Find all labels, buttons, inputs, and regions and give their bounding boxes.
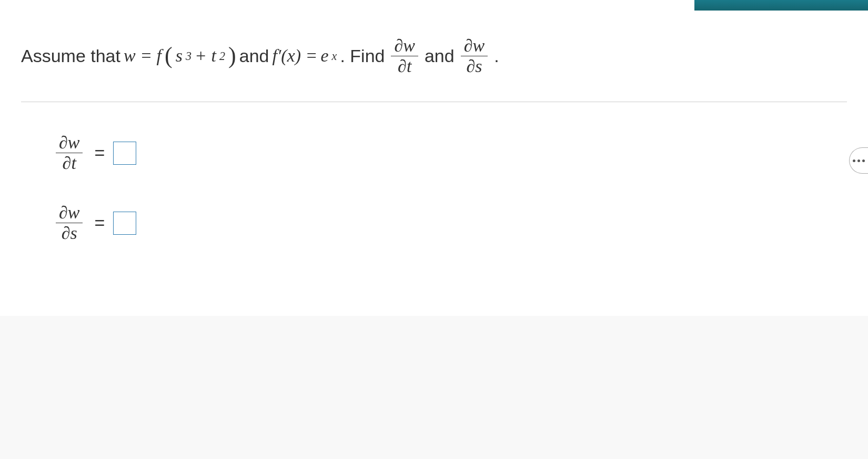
frac2-num: ∂w (461, 37, 488, 56)
answer-row-ds: ∂w ∂s = (53, 204, 826, 242)
answer-input-dt[interactable] (113, 142, 136, 165)
equals-sign-2: = (94, 213, 105, 233)
frac2-den: ∂s (463, 56, 485, 75)
right-paren: ) (228, 37, 236, 75)
fprime-text: f′(x) = (272, 42, 317, 70)
math-plus-t: + t (195, 42, 216, 70)
answer1-den: ∂t (59, 153, 79, 172)
e-base: e (321, 42, 329, 70)
answer-area: ∂w ∂t = ∂w ∂s = (21, 102, 847, 295)
frac1-num: ∂w (391, 37, 418, 56)
and-text: and (239, 42, 269, 70)
question-panel: Assume that w = f(s3 + t2) and f′(x) = e… (0, 0, 868, 316)
answer2-num: ∂w (56, 204, 83, 223)
fraction-dw-ds: ∂w ∂s (461, 37, 488, 75)
answer-frac-ds: ∂w ∂s (56, 204, 83, 242)
math-s: s (176, 42, 183, 70)
math-w-equals-f: w = f (124, 42, 162, 70)
dots-icon (853, 159, 865, 162)
answer2-den: ∂s (58, 223, 80, 242)
frac1-den: ∂t (395, 56, 415, 75)
and-text-2: and (425, 42, 455, 70)
window-titlebar-fragment (694, 0, 868, 11)
equals-sign-1: = (94, 143, 105, 163)
find-text: . Find (340, 42, 385, 70)
period: . (494, 42, 499, 70)
answer1-num: ∂w (56, 134, 83, 153)
fraction-dw-dt: ∂w ∂t (391, 37, 418, 75)
question-prefix: Assume that (21, 42, 120, 70)
question-text: Assume that w = f(s3 + t2) and f′(x) = e… (21, 37, 847, 75)
answer-frac-dt: ∂w ∂t (56, 134, 83, 172)
answer-row-dt: ∂w ∂t = (53, 134, 826, 172)
answer-input-ds[interactable] (113, 212, 136, 235)
left-paren: ( (165, 37, 173, 75)
